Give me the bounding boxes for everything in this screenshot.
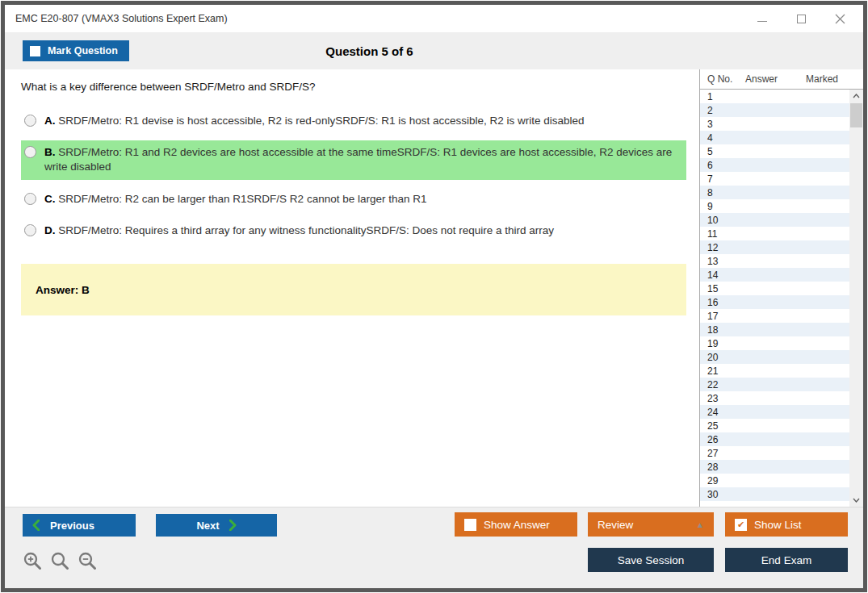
content-area: What is a key difference between SRDF/Me… [5, 69, 863, 507]
option-letter: D. [44, 224, 56, 236]
chevron-left-icon [32, 520, 40, 531]
minimize-icon [757, 21, 767, 22]
question-panel: What is a key difference between SRDF/Me… [5, 69, 699, 507]
show-answer-checkbox[interactable]: ✔ [464, 519, 476, 531]
previous-label: Previous [50, 520, 94, 532]
question-list-row[interactable]: 10 [700, 213, 849, 227]
next-button[interactable]: Next [156, 514, 277, 537]
close-button[interactable] [831, 10, 849, 27]
show-answer-label: Show Answer [484, 519, 550, 531]
option-letter: C. [44, 193, 56, 205]
column-q-no: Q No. [700, 73, 745, 85]
question-list-row[interactable]: 16 [700, 295, 849, 309]
question-list-row[interactable]: 30 [700, 487, 849, 501]
option-c-text: C. SRDF/Metro: R2 can be larger than R1S… [44, 192, 426, 207]
question-list-row[interactable]: 27 [700, 446, 849, 460]
save-session-label: Save Session [618, 554, 685, 566]
show-list-checkbox[interactable]: ✔ [735, 519, 747, 531]
question-list-row[interactable]: 6 [700, 158, 849, 172]
next-label: Next [196, 520, 219, 532]
review-label: Review [598, 519, 633, 531]
option-d-text: D. SRDF/Metro: Requires a third array fo… [44, 223, 554, 238]
question-list-row[interactable]: 13 [700, 254, 849, 268]
radio-button-b[interactable] [24, 146, 36, 158]
window-title: EMC E20-807 (VMAX3 Solutions Expert Exam… [5, 13, 228, 24]
question-list-row[interactable]: 11 [700, 227, 849, 240]
question-list-row[interactable]: 19 [700, 336, 849, 350]
question-list-row[interactable]: 1 [700, 90, 849, 103]
question-list-row[interactable]: 26 [700, 432, 849, 446]
option-letter: B. [44, 146, 56, 158]
question-list-row[interactable]: 15 [700, 282, 849, 295]
options-list: A. SRDF/Metro: R1 devise is host accessi… [5, 109, 699, 243]
question-list-row[interactable]: 8 [700, 186, 849, 199]
close-icon [835, 14, 845, 24]
question-list-row[interactable]: 9 [700, 199, 849, 213]
maximize-icon [797, 15, 806, 23]
question-list-row[interactable]: 14 [700, 268, 849, 282]
zoom-toolbar [23, 551, 98, 571]
show-answer-button[interactable]: ✔ Show Answer [455, 512, 577, 537]
show-list-label: Show List [754, 519, 802, 531]
option-letter: A. [44, 115, 56, 127]
question-list-row[interactable]: 3 [700, 117, 849, 131]
question-text: What is a key difference between SRDF/Me… [21, 81, 686, 93]
scrollbar-thumb[interactable] [850, 103, 862, 127]
radio-button-a[interactable] [24, 115, 36, 127]
question-list-row[interactable]: 28 [700, 460, 849, 474]
review-button[interactable]: Review ▲ [588, 512, 714, 537]
footer-bar: Previous Next ✔ Show Answer Review ▲ ✔ S… [5, 507, 863, 588]
header-bar: ✔ Mark Question Question 5 of 6 [5, 32, 863, 69]
question-list-row[interactable]: 22 [700, 378, 849, 391]
show-list-button[interactable]: ✔ Show List [725, 512, 848, 537]
question-list-row[interactable]: 12 [700, 240, 849, 254]
option-a-text: A. SRDF/Metro: R1 devise is host accessi… [44, 114, 585, 128]
caret-up-icon: ▲ [696, 520, 704, 529]
chevron-right-icon [229, 520, 237, 531]
column-answer: Answer [745, 73, 806, 85]
option-a[interactable]: A. SRDF/Metro: R1 devise is host accessi… [21, 109, 686, 133]
maximize-button[interactable] [792, 10, 810, 27]
option-b-text: B. SRDF/Metro: R1 and R2 devices are hos… [44, 145, 680, 174]
question-list-panel: Q No. Answer Marked 12345678910111213141… [699, 69, 863, 507]
scroll-up-icon[interactable] [849, 90, 863, 102]
question-list-row[interactable]: 18 [700, 323, 849, 336]
question-list-row[interactable]: 17 [700, 309, 849, 323]
question-counter: Question 5 of 6 [5, 32, 734, 69]
question-list-row[interactable]: 29 [700, 474, 849, 487]
title-bar: EMC E20-807 (VMAX3 Solutions Expert Exam… [5, 5, 863, 32]
answer-box: Answer: B [21, 264, 686, 315]
option-c[interactable]: C. SRDF/Metro: R2 can be larger than R1S… [21, 187, 686, 211]
question-list-row[interactable]: 5 [700, 144, 849, 158]
magnifier-icon[interactable] [50, 551, 70, 571]
option-d[interactable]: D. SRDF/Metro: Requires a third array fo… [21, 219, 686, 243]
end-exam-button[interactable]: End Exam [725, 548, 848, 572]
save-session-button[interactable]: Save Session [588, 548, 714, 572]
question-list-row[interactable]: 2 [700, 103, 849, 117]
question-list-row[interactable]: 25 [700, 419, 849, 432]
question-list-row[interactable]: 23 [700, 391, 849, 405]
previous-button[interactable]: Previous [23, 514, 136, 537]
exam-window: EMC E20-807 (VMAX3 Solutions Expert Exam… [1, 1, 867, 592]
column-marked: Marked [806, 73, 863, 85]
zoom-in-icon[interactable] [23, 551, 43, 571]
window-controls [753, 5, 849, 32]
minimize-button[interactable] [753, 10, 771, 27]
option-b[interactable]: B. SRDF/Metro: R1 and R2 devices are hos… [21, 140, 686, 179]
question-list-header: Q No. Answer Marked [700, 69, 863, 90]
radio-button-c[interactable] [24, 193, 36, 205]
end-exam-label: End Exam [761, 554, 811, 566]
question-list-row[interactable]: 21 [700, 364, 849, 378]
scroll-down-icon[interactable] [849, 494, 863, 507]
question-list-row[interactable]: 7 [700, 172, 849, 186]
zoom-out-icon[interactable] [78, 551, 98, 571]
radio-button-d[interactable] [24, 224, 36, 236]
question-list-body: 1234567891011121314151617181920212223242… [700, 90, 849, 507]
question-list-row[interactable]: 20 [700, 350, 849, 364]
question-list-row[interactable]: 4 [700, 131, 849, 144]
question-list-scrollbar[interactable] [849, 90, 863, 507]
question-list-row[interactable]: 24 [700, 405, 849, 419]
